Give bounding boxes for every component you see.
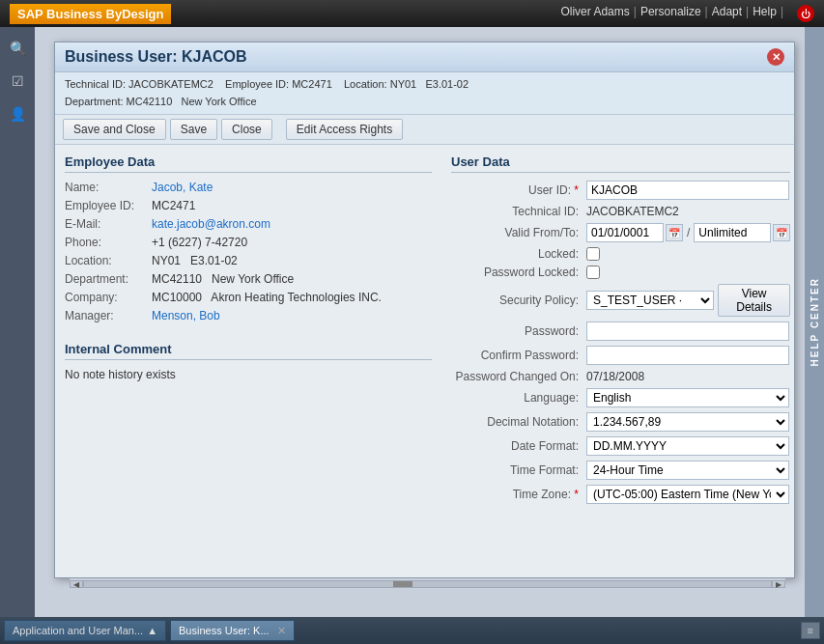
user-id-label: User ID: [451, 183, 586, 197]
personalize-link[interactable]: Personalize [640, 5, 701, 22]
location2-value: E3.01-02 [425, 78, 469, 90]
manager-label: Manager: [65, 309, 152, 322]
field-email: E-Mail: kate.jacob@akron.com [65, 217, 432, 231]
search-icon[interactable]: 🔍 [4, 35, 31, 62]
save-button[interactable]: Save [170, 119, 217, 140]
dept-label: Department: [65, 272, 152, 286]
field-manager: Manager: Menson, Bob [65, 309, 432, 322]
bottom-taskbar: Application and User Man... ▲ Business U… [0, 617, 824, 644]
help-center-label: HELP CENTER [810, 277, 820, 366]
emp-id-label: Employee ID: [65, 199, 152, 212]
field-name: Name: Jacob, Kate [65, 181, 432, 194]
users-icon[interactable]: 👤 [4, 100, 31, 127]
toolbar: Save and Close Save Close Edit Access Ri… [55, 115, 794, 145]
location-label: Location: [65, 254, 152, 267]
language-label: Language: [451, 391, 586, 405]
no-note-text: No note history exists [65, 368, 432, 381]
dialog: Business User: KJACOB ✕ Technical ID: JA… [54, 42, 795, 578]
top-bar: SAP Business ByDesign Oliver Adams | Per… [0, 0, 824, 27]
password-changed-value: 07/18/2008 [586, 370, 644, 383]
company-value: MC10000 Akron Heating Technologies INC. [152, 291, 382, 304]
user-data-title: User Data [451, 154, 790, 173]
manager-value[interactable]: Menson, Bob [152, 309, 220, 322]
left-column: Employee Data Name: Jacob, Kate Employee… [65, 154, 432, 554]
location-value: NY01 E3.01-02 [152, 254, 238, 267]
help-link[interactable]: Help [753, 5, 777, 22]
cal-to-button[interactable]: 📅 [773, 224, 790, 241]
help-center-panel: HELP CENTER [805, 27, 824, 617]
view-details-button[interactable]: View Details [718, 284, 791, 317]
date-group: 📅 / 📅 [586, 223, 790, 242]
valid-label: Valid From/To: [451, 226, 586, 239]
info-bar: Technical ID: JACOBKATEMC2 Employee ID: … [55, 72, 794, 115]
email-value[interactable]: kate.jacob@akron.com [152, 217, 270, 231]
form-decimal: Decimal Notation: 1.234.567,89 1,234,567… [451, 412, 790, 432]
dialog-close-button[interactable]: ✕ [767, 48, 784, 66]
form-date-format: Date Format: DD.MM.YYYY MM/DD/YYYY YYYY-… [451, 436, 790, 456]
user-id-input[interactable] [586, 181, 789, 200]
confirm-password-input[interactable] [586, 346, 789, 365]
location-label: Location: [344, 78, 387, 90]
scroll-thumb[interactable] [393, 581, 412, 587]
phone-label: Phone: [65, 236, 152, 249]
date-format-label: Date Format: [451, 439, 586, 453]
locked-label: Locked: [451, 247, 586, 261]
taskbar-menu-button[interactable]: ≡ [801, 622, 820, 639]
phone-value: +1 (6227) 7-42720 [152, 236, 247, 249]
technical-id-value: JACOBKATEMC2 [128, 78, 213, 90]
technical-id-label: Technical ID: [65, 78, 126, 90]
cal-from-button[interactable]: 📅 [666, 224, 683, 241]
security-policy-select[interactable]: S_TEST_USER · [586, 291, 714, 310]
dialog-titlebar: Business User: KJACOB ✕ [55, 42, 794, 72]
adapt-link[interactable]: Adapt [712, 5, 742, 22]
field-phone: Phone: +1 (6227) 7-42720 [65, 236, 432, 249]
right-column: User Data User ID: Technical ID: JACOBKA… [451, 154, 790, 554]
left-sidebar: 🔍 ☑ 👤 [0, 27, 35, 617]
time-format-select[interactable]: 24-Hour Time 12-Hour Time [586, 461, 789, 480]
taskbar-close-icon[interactable]: ✕ [277, 625, 286, 637]
valid-from-input[interactable] [586, 223, 664, 242]
confirm-password-label: Confirm Password: [451, 349, 586, 362]
form-password-locked: Password Locked: [451, 266, 790, 279]
valid-to-input[interactable] [694, 223, 771, 242]
locked-checkbox[interactable] [586, 247, 600, 261]
edit-access-button[interactable]: Edit Access Rights [286, 119, 403, 140]
power-button[interactable]: ⏻ [797, 5, 814, 22]
department-name-value: New York Office [181, 96, 256, 107]
form-language: Language: English German French Spanish [451, 388, 790, 407]
email-label: E-Mail: [65, 217, 152, 231]
department-value: MC42110 [127, 96, 173, 107]
form-timezone: Time Zone: (UTC-05:00) Eastern Time (New… [451, 485, 790, 504]
scroll-right-button[interactable]: ▶ [772, 580, 785, 588]
name-value[interactable]: Jacob, Kate [152, 181, 213, 194]
tech-id-value: JACOBKATEMC2 [586, 205, 679, 218]
form-user-id: User ID: [451, 181, 790, 200]
form-valid: Valid From/To: 📅 / 📅 [451, 223, 790, 242]
form-security-policy: Security Policy: S_TEST_USER · View Deta… [451, 284, 790, 317]
taskbar-tab-app[interactable]: Application and User Man... ▲ [4, 620, 166, 641]
scroll-track[interactable] [83, 580, 772, 588]
form-time-format: Time Format: 24-Hour Time 12-Hour Time [451, 461, 790, 480]
password-locked-label: Password Locked: [451, 266, 586, 279]
employee-id-value: MC2471 [292, 78, 332, 90]
department-label: Department: [65, 96, 124, 107]
internal-comment-title: Internal Comment [65, 342, 432, 360]
password-label: Password: [451, 324, 586, 338]
checklist-icon[interactable]: ☑ [4, 68, 31, 95]
content-area: Employee Data Name: Jacob, Kate Employee… [55, 145, 794, 564]
security-policy-label: Security Policy: [451, 294, 586, 307]
field-company: Company: MC10000 Akron Heating Technolog… [65, 291, 432, 304]
password-input[interactable] [586, 322, 789, 341]
language-select[interactable]: English German French Spanish [586, 388, 789, 407]
scroll-left-button[interactable]: ◀ [70, 580, 83, 588]
decimal-select[interactable]: 1.234.567,89 1,234,567.89 [586, 412, 789, 432]
app-logo: SAP Business ByDesign [10, 4, 171, 24]
taskbar-tab-user[interactable]: Business User: K... ✕ [170, 620, 295, 641]
timezone-select[interactable]: (UTC-05:00) Eastern Time (New Yo (UTC+00… [586, 485, 789, 504]
password-locked-checkbox[interactable] [586, 266, 600, 279]
save-close-button[interactable]: Save and Close [63, 119, 166, 140]
close-button[interactable]: Close [221, 119, 272, 140]
user-name: Oliver Adams [560, 5, 629, 22]
date-format-select[interactable]: DD.MM.YYYY MM/DD/YYYY YYYY-MM-DD [586, 436, 789, 456]
company-label: Company: [65, 291, 152, 304]
